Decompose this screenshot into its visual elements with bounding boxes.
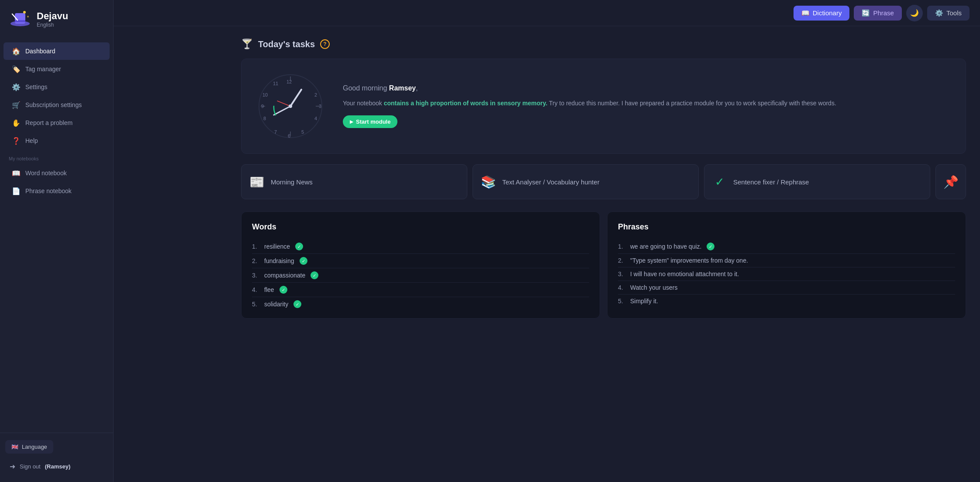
settings-label: Settings	[25, 83, 48, 90]
sidebar-item-phrase-notebook[interactable]: 📄 Phrase notebook	[3, 182, 110, 200]
tools-label: Tools	[946, 9, 962, 17]
phrase-text: "Type system" improvements from day one.	[630, 257, 748, 264]
sidebar-item-tag-manager[interactable]: 🏷️ Tag manager	[3, 60, 110, 78]
list-num: 2.	[252, 257, 261, 264]
phrase-text: Watch your users	[630, 284, 677, 291]
list-item: 1. we are going to have quiz. ✓	[618, 239, 955, 254]
list-num: 5.	[252, 301, 261, 308]
list-num: 2.	[618, 257, 627, 264]
phrase-button[interactable]: 🔄 Phrase	[854, 6, 902, 21]
morning-news-card[interactable]: 📰 Morning News	[241, 164, 467, 199]
morning-news-label: Morning News	[271, 178, 313, 186]
text-analyser-card[interactable]: 📚 Text Analyser / Vocabulary hunter	[473, 164, 699, 199]
svg-text:2: 2	[314, 92, 317, 97]
phrase-text: we are going to have quiz.	[630, 243, 701, 250]
svg-text:10: 10	[262, 92, 268, 97]
svg-text:8: 8	[263, 116, 266, 121]
language-button[interactable]: 🇬🇧 Language	[5, 440, 53, 454]
sidebar-item-word-notebook[interactable]: 📖 Word notebook	[3, 164, 110, 182]
svg-text:6: 6	[288, 133, 290, 139]
extra-card[interactable]: 📌	[935, 164, 966, 199]
list-num: 3.	[618, 270, 627, 277]
logo-text: Dejavu English	[37, 10, 68, 28]
tag-manager-icon: 🏷️	[12, 65, 20, 73]
dictionary-icon: 📖	[801, 9, 810, 17]
list-num: 1.	[252, 243, 261, 250]
sidebar-item-subscription-settings[interactable]: 🛒 Subscription settings	[3, 96, 110, 114]
tasks-header: 🍸 Today's tasks ?	[241, 38, 966, 50]
sentence-fixer-card[interactable]: ✓ Sentence fixer / Rephrase	[704, 164, 930, 199]
sidebar-item-settings[interactable]: ⚙️ Settings	[3, 78, 110, 96]
moon-icon: 🌙	[910, 9, 919, 17]
words-panel-title: Words	[252, 222, 589, 232]
svg-text:5: 5	[301, 129, 304, 135]
dashboard-label: Dashboard	[25, 48, 55, 55]
main-nav: 🏠 Dashboard 🏷️ Tag manager ⚙️ Settings 🛒…	[0, 38, 113, 433]
greeting-area: Good morning Ramsey, Your notebook conta…	[343, 84, 952, 128]
sidebar: Dejavu English 🏠 Dashboard 🏷️ Tag manage…	[0, 0, 114, 482]
svg-text:7: 7	[274, 129, 277, 135]
greeting-text: Good morning Ramsey,	[343, 84, 952, 92]
check-badge: ✓	[300, 257, 307, 265]
info-highlight: contains a high proportion of words in s…	[384, 100, 548, 107]
list-num: 5.	[618, 298, 627, 305]
list-num: 3.	[252, 272, 261, 279]
svg-point-4	[23, 11, 26, 14]
tools-button[interactable]: ⚙️ Tools	[927, 6, 970, 21]
tag-manager-label: Tag manager	[25, 66, 61, 73]
help-icon: ❓	[12, 137, 20, 145]
word-text: flee	[264, 286, 274, 293]
dashboard-icon: 🏠	[12, 47, 20, 55]
svg-text:12: 12	[286, 79, 292, 84]
morning-news-icon: 📰	[249, 175, 265, 189]
flag-icon: 🇬🇧	[11, 444, 18, 450]
phrase-text: Simplify it.	[630, 298, 658, 305]
list-item: 4. flee ✓	[252, 283, 589, 297]
tasks-title: Today's tasks	[258, 39, 315, 49]
phrase-notebook-label: Phrase notebook	[25, 187, 72, 194]
feature-cards: 📰 Morning News 📚 Text Analyser / Vocabul…	[241, 164, 966, 199]
notebooks-section-label: My notebooks	[0, 150, 113, 164]
phrases-panel-title: Phrases	[618, 222, 955, 232]
dictionary-button[interactable]: 📖 Dictionary	[794, 6, 850, 21]
subscription-settings-label: Subscription settings	[25, 101, 82, 108]
sentence-fixer-label: Sentence fixer / Rephrase	[733, 178, 809, 186]
svg-line-24	[277, 101, 290, 106]
svg-point-25	[289, 104, 292, 108]
start-module-button[interactable]: Start module	[343, 115, 397, 128]
signout-item[interactable]: ➜ Sign out (Ramsey)	[5, 458, 108, 475]
greeting-user: Ramsey	[389, 84, 416, 92]
sentence-fixer-icon: ✓	[712, 175, 727, 189]
sidebar-item-report-problem[interactable]: ✋ Report a problem	[3, 114, 110, 132]
svg-text:3: 3	[319, 104, 321, 109]
word-text: fundraising	[264, 257, 294, 264]
list-item: 3. I will have no emotional attachment t…	[618, 267, 955, 281]
brand-name: Dejavu	[37, 10, 68, 22]
list-num: 4.	[252, 286, 261, 293]
sidebar-item-dashboard[interactable]: 🏠 Dashboard	[3, 42, 110, 60]
tasks-help-button[interactable]: ?	[320, 39, 330, 49]
word-notebook-icon: 📖	[12, 169, 20, 177]
svg-rect-2	[15, 20, 25, 22]
extra-icon: 📌	[943, 175, 958, 189]
svg-text:11: 11	[273, 81, 278, 86]
logo-icon	[9, 8, 31, 31]
sidebar-item-help[interactable]: ❓ Help	[3, 132, 110, 149]
phrase-icon: 🔄	[862, 9, 870, 17]
signout-user: (Ramsey)	[45, 463, 71, 470]
words-panel: Words 1. resilience ✓ 2. fundraising ✓ 3…	[241, 212, 600, 319]
word-notebook-label: Word notebook	[25, 170, 67, 177]
check-badge: ✓	[280, 286, 287, 294]
info-prefix: Your notebook	[343, 100, 384, 107]
settings-icon: ⚙️	[12, 83, 20, 91]
brand-sub: English	[37, 22, 68, 28]
language-label: Language	[22, 444, 47, 450]
check-badge: ✓	[295, 243, 303, 250]
theme-toggle-button[interactable]: 🌙	[906, 5, 923, 21]
report-problem-label: Report a problem	[25, 119, 72, 126]
svg-text:9: 9	[261, 104, 264, 109]
sidebar-bottom: 🇬🇧 Language ➜ Sign out (Ramsey)	[0, 433, 113, 482]
phrases-panel: Phrases 1. we are going to have quiz. ✓ …	[607, 212, 966, 319]
info-text: Your notebook contains a high proportion…	[343, 98, 952, 108]
help-label: Help	[25, 137, 38, 144]
